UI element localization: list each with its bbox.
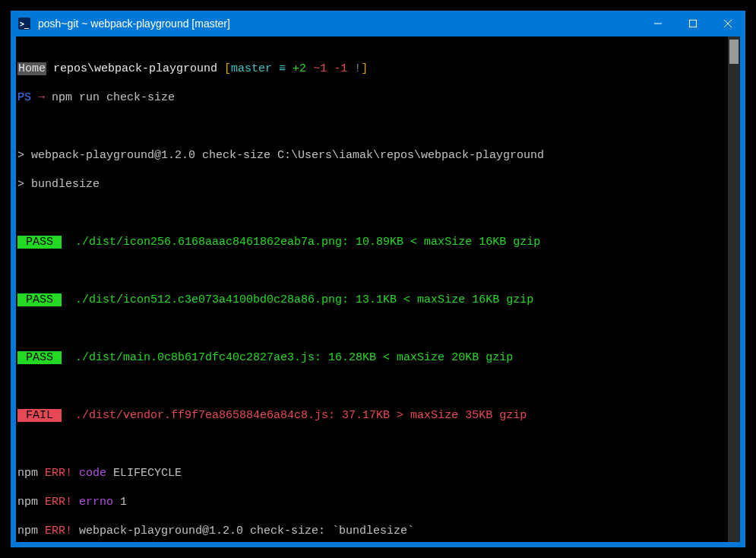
- git-added: +2: [293, 62, 306, 75]
- typed-command: npm run check-size: [52, 91, 175, 104]
- minimize-button[interactable]: [641, 11, 675, 36]
- git-bang: !: [347, 62, 361, 75]
- app-icon: >_: [11, 17, 38, 30]
- close-icon: [724, 20, 732, 27]
- home-chip: Home: [17, 62, 46, 75]
- npm-err-line: npm ERR! errno 1: [17, 495, 726, 509]
- check-text: ./dist/icon256.6168aaac8461862eab7a.png:…: [75, 236, 540, 249]
- err-code-label: code: [72, 467, 106, 480]
- git-deleted: -1: [334, 62, 347, 75]
- check-result: PASS ./dist/main.0c8b617dfc40c2827ae3.js…: [17, 350, 726, 365]
- prompt-line: Home repos\webpack-playground [master ≡ …: [17, 62, 726, 76]
- titlebar[interactable]: >_ posh~git ~ webpack-playground [master…: [11, 11, 745, 36]
- scrollbar-thumb[interactable]: [729, 40, 739, 64]
- git-modified: ~1: [306, 62, 334, 75]
- errno-val: 1: [113, 496, 127, 509]
- check-text: ./dist/icon512.c3e073a4100bd0c28a86.png:…: [75, 293, 533, 306]
- window: >_ posh~git ~ webpack-playground [master…: [11, 11, 745, 547]
- prompt-path: repos\webpack-playground: [46, 62, 224, 75]
- window-controls: [641, 11, 745, 36]
- npm-banner-2: > bundlesize: [17, 177, 726, 192]
- maximize-icon: [689, 20, 697, 27]
- check-result: FAIL ./dist/vendor.ff9f7ea865884e6a84c8.…: [17, 408, 726, 423]
- pass-badge: PASS: [17, 236, 62, 249]
- check-text: ./dist/vendor.ff9f7ea865884e6a84c8.js: 3…: [75, 409, 527, 422]
- minimize-icon: [654, 20, 662, 27]
- err-tag: ERR!: [38, 496, 72, 509]
- terminal-viewport: Home repos\webpack-playground [master ≡ …: [16, 36, 740, 542]
- close-button[interactable]: [710, 11, 745, 36]
- fail-badge: FAIL: [17, 409, 62, 422]
- svg-rect-1: [690, 21, 697, 27]
- err-msg: webpack-playground@1.2.0 check-size: `bu…: [72, 525, 414, 537]
- pass-badge: PASS: [17, 293, 62, 306]
- bracket-close: ]: [361, 62, 368, 75]
- pass-badge: PASS: [17, 351, 62, 364]
- bracket-open: [: [224, 62, 231, 75]
- errno-label: errno: [72, 496, 113, 509]
- err-code-val: ELIFECYCLE: [106, 467, 182, 480]
- powershell-icon: >_: [18, 17, 30, 30]
- branch-name: master: [231, 62, 272, 75]
- window-title: posh~git ~ webpack-playground [master]: [38, 17, 641, 30]
- prompt-arrow: →: [31, 91, 52, 104]
- check-result: PASS ./dist/icon256.6168aaac8461862eab7a…: [17, 235, 726, 249]
- ps-label: PS: [17, 91, 31, 104]
- command-line: PS → npm run check-size: [17, 90, 726, 105]
- npm-err-line: npm ERR! webpack-playground@1.2.0 check-…: [17, 524, 726, 538]
- err-tag: ERR!: [38, 525, 72, 537]
- terminal[interactable]: Home repos\webpack-playground [master ≡ …: [16, 36, 728, 542]
- npm-err-line: npm ERR! code ELIFECYCLE: [17, 466, 726, 480]
- check-result: PASS ./dist/icon512.c3e073a4100bd0c28a86…: [17, 293, 726, 307]
- err-tag: ERR!: [38, 467, 72, 480]
- equiv-symbol: ≡: [272, 62, 293, 75]
- npm-banner-1: > webpack-playground@1.2.0 check-size C:…: [17, 148, 726, 163]
- scrollbar[interactable]: [728, 36, 740, 542]
- check-text: ./dist/main.0c8b617dfc40c2827ae3.js: 16.…: [75, 351, 513, 364]
- maximize-button[interactable]: [675, 11, 710, 36]
